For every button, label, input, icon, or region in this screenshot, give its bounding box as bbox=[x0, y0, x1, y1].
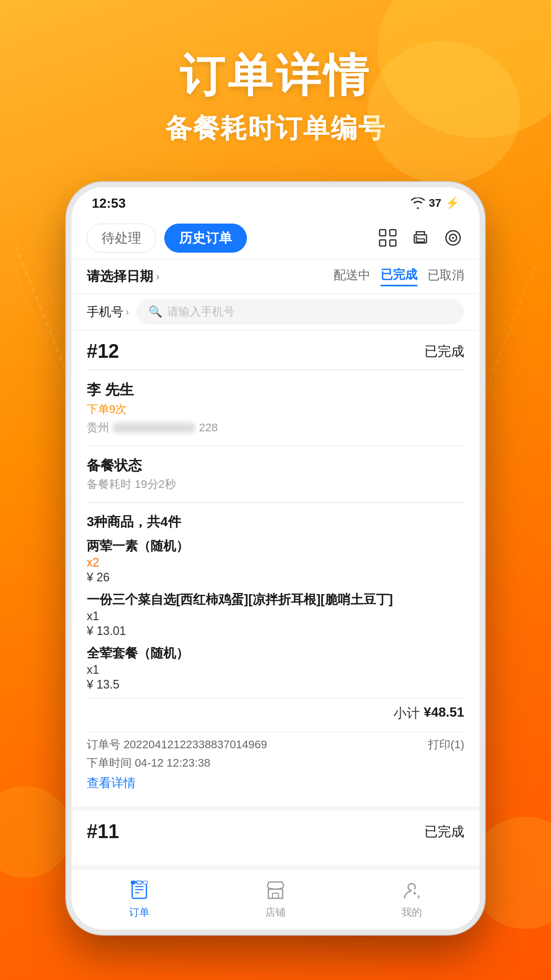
nav-item-shop[interactable]: 店铺 bbox=[208, 878, 344, 919]
prep-status-12: 备餐状态 备餐耗时 19分2秒 bbox=[87, 451, 464, 497]
date-filter[interactable]: 请选择日期 › bbox=[87, 267, 160, 285]
svg-rect-19 bbox=[131, 881, 135, 884]
phone-filter-label[interactable]: 手机号 › bbox=[87, 304, 129, 320]
divider-2 bbox=[87, 446, 464, 446]
svg-rect-5 bbox=[380, 230, 386, 236]
order-footer-12: 订单号 20220412122338837014969 打印(1) 下单时间 0… bbox=[87, 731, 464, 796]
order-number-11: #11 bbox=[87, 821, 119, 843]
item-price-2: ¥ 13.01 bbox=[87, 624, 464, 638]
order-card-11: #11 已完成 bbox=[71, 811, 480, 869]
prep-time: 备餐耗时 19分2秒 bbox=[87, 477, 464, 492]
item-price-1: ¥ 26 bbox=[87, 571, 464, 584]
filter-completed[interactable]: 已完成 bbox=[381, 266, 417, 286]
nav-label-shop: 店铺 bbox=[265, 905, 286, 919]
phone-frame: 12:53 37 ⚡ 待处理 历史订单 bbox=[66, 182, 485, 935]
detail-link[interactable]: 查看详情 bbox=[87, 775, 464, 791]
svg-rect-6 bbox=[390, 230, 396, 236]
item-row-3: 全荤套餐（随机） x1 ¥ 13.5 bbox=[87, 644, 464, 692]
camera-icon-button[interactable] bbox=[442, 227, 464, 249]
order-card-12: #12 已完成 李 先生 下单9次 贵州 228 bbox=[71, 330, 480, 811]
order-number-12: #12 bbox=[87, 340, 119, 362]
order-status-11: 已完成 bbox=[424, 823, 464, 841]
nav-icon-profile bbox=[399, 878, 424, 902]
nav-item-orders[interactable]: 订单 bbox=[71, 878, 208, 919]
phone-mockup: 12:53 37 ⚡ 待处理 历史订单 bbox=[66, 182, 485, 935]
item-qty-3: x1 bbox=[87, 663, 464, 677]
battery-icon: ⚡ bbox=[445, 197, 459, 210]
order-count-12: 下单9次 bbox=[87, 402, 464, 417]
svg-rect-21 bbox=[143, 881, 147, 884]
filter-delivering[interactable]: 配送中 bbox=[334, 267, 370, 285]
item-row-1: 两荤一素（随机） x2 ¥ 26 bbox=[87, 537, 464, 584]
item-name-3: 全荤套餐（随机） bbox=[87, 644, 464, 662]
svg-rect-20 bbox=[137, 881, 142, 884]
bg-decoration-2 bbox=[367, 41, 520, 184]
subtotal-row: 小计 ¥48.51 bbox=[87, 698, 464, 726]
nav-label-orders: 订单 bbox=[129, 905, 149, 919]
item-name-1: 两荤一素（随机） bbox=[87, 537, 464, 555]
svg-rect-10 bbox=[416, 239, 424, 242]
svg-rect-7 bbox=[380, 240, 386, 246]
item-qty-2: x1 bbox=[87, 609, 464, 623]
status-time: 12:53 bbox=[92, 195, 126, 211]
customer-address-12: 贵州 228 bbox=[87, 420, 464, 435]
bg-decoration-3 bbox=[0, 786, 71, 878]
print-icon-button[interactable] bbox=[409, 227, 432, 249]
search-placeholder-text: 请输入手机号 bbox=[167, 304, 235, 320]
status-bar: 12:53 37 ⚡ bbox=[71, 187, 480, 215]
nav-icon-orders bbox=[127, 878, 152, 902]
order-header-12: #12 已完成 bbox=[87, 340, 464, 362]
filter-cancelled[interactable]: 已取消 bbox=[428, 267, 464, 285]
svg-rect-8 bbox=[390, 240, 396, 246]
svg-line-2 bbox=[15, 245, 66, 398]
item-price-3: ¥ 13.5 bbox=[87, 678, 464, 692]
search-bar: 手机号 › 🔍 请输入手机号 bbox=[71, 294, 480, 330]
prep-status-label: 备餐状态 bbox=[87, 456, 464, 475]
status-icons: 37 ⚡ bbox=[411, 197, 459, 210]
search-icon: 🔍 bbox=[148, 305, 162, 318]
nav-item-profile[interactable]: 我的 bbox=[343, 878, 480, 919]
customer-name-12: 李 先生 bbox=[87, 380, 464, 400]
battery-level: 37 bbox=[429, 197, 441, 210]
customer-info-12: 李 先生 下单9次 贵州 228 bbox=[87, 375, 464, 440]
wifi-icon bbox=[411, 198, 425, 209]
tab-icons bbox=[377, 227, 464, 249]
item-name-2: 一份三个菜自选[西红柿鸡蛋][凉拌折耳根][脆哨土豆丁] bbox=[87, 591, 464, 608]
address-blur bbox=[113, 423, 195, 433]
items-section-12: 3种商品，共4件 两荤一素（随机） x2 ¥ 26 一份三个菜自选[西红柿鸡蛋]… bbox=[87, 508, 464, 731]
nav-label-profile: 我的 bbox=[402, 905, 422, 919]
items-summary: 3种商品，共4件 bbox=[87, 513, 464, 531]
tab-bar: 待处理 历史订单 bbox=[71, 215, 480, 259]
svg-rect-22 bbox=[272, 893, 279, 898]
order-id-value: 20220412122338837014969 bbox=[123, 738, 267, 751]
divider-3 bbox=[87, 502, 464, 503]
divider-1 bbox=[87, 370, 464, 370]
order-time: 下单时间 04-12 12:23:38 bbox=[87, 755, 464, 771]
subtotal-label: 小计 bbox=[393, 704, 423, 722]
svg-point-14 bbox=[452, 237, 454, 239]
item-row-2: 一份三个菜自选[西红柿鸡蛋][凉拌折耳根][脆哨土豆丁] x1 ¥ 13.01 bbox=[87, 591, 464, 638]
item-qty-1: x2 bbox=[87, 556, 464, 570]
order-id: 订单号 20220412122338837014969 bbox=[87, 737, 267, 752]
phone-content: 待处理 历史订单 bbox=[71, 215, 480, 929]
order-time-value: 04-12 12:23:38 bbox=[135, 756, 210, 769]
bottom-nav: 订单 店铺 bbox=[71, 869, 480, 929]
print-button[interactable]: 打印(1) bbox=[428, 737, 464, 752]
date-filter-arrow: › bbox=[156, 271, 160, 282]
scan-icon-button[interactable] bbox=[377, 227, 399, 249]
search-input-container[interactable]: 🔍 请输入手机号 bbox=[136, 299, 464, 325]
order-status-12: 已完成 bbox=[424, 342, 464, 360]
order-meta: 订单号 20220412122338837014969 打印(1) bbox=[87, 737, 464, 752]
status-filters: 配送中 已完成 已取消 bbox=[334, 266, 464, 286]
svg-point-11 bbox=[415, 236, 417, 238]
nav-icon-shop bbox=[263, 878, 288, 902]
tab-history[interactable]: 历史订单 bbox=[164, 224, 247, 253]
subtotal-amount: ¥48.51 bbox=[423, 704, 464, 722]
tab-pending[interactable]: 待处理 bbox=[87, 224, 156, 253]
order-list: #12 已完成 李 先生 下单9次 贵州 228 bbox=[71, 330, 480, 869]
filter-bar: 请选择日期 › 配送中 已完成 已取消 bbox=[71, 259, 480, 294]
order-header-11: #11 已完成 bbox=[87, 821, 464, 843]
phone-label-arrow: › bbox=[126, 306, 129, 317]
